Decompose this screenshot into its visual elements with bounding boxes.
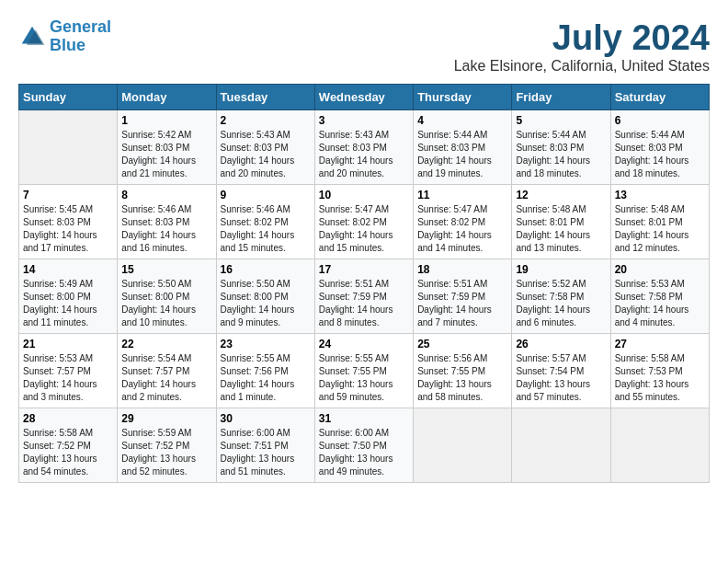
day-info: Sunrise: 5:54 AM Sunset: 7:57 PM Dayligh…	[121, 352, 211, 404]
day-header-tuesday: Tuesday	[216, 85, 314, 110]
calendar-cell: 23 Sunrise: 5:55 AM Sunset: 7:56 PM Dayl…	[216, 334, 314, 408]
day-info: Sunrise: 5:48 AM Sunset: 8:01 PM Dayligh…	[615, 203, 705, 255]
day-number: 24	[319, 338, 409, 350]
day-number: 30	[221, 412, 311, 425]
day-number: 19	[516, 263, 606, 276]
day-header-saturday: Saturday	[610, 85, 709, 110]
calendar-cell: 6 Sunrise: 5:44 AM Sunset: 8:03 PM Dayli…	[610, 110, 709, 185]
calendar-cell: 11 Sunrise: 5:47 AM Sunset: 8:02 PM Dayl…	[414, 185, 512, 259]
day-info: Sunrise: 5:50 AM Sunset: 8:00 PM Dayligh…	[121, 278, 211, 329]
day-number: 12	[516, 189, 606, 201]
calendar-cell	[414, 408, 512, 483]
day-info: Sunrise: 5:53 AM Sunset: 7:57 PM Dayligh…	[23, 352, 113, 404]
header: General Blue July 2024 Lake Elsinore, Ca…	[18, 18, 710, 75]
calendar-cell: 17 Sunrise: 5:51 AM Sunset: 7:59 PM Dayl…	[314, 259, 413, 334]
day-info: Sunrise: 5:43 AM Sunset: 8:03 PM Dayligh…	[221, 129, 311, 180]
day-info: Sunrise: 6:00 AM Sunset: 7:50 PM Dayligh…	[319, 427, 409, 478]
calendar-cell: 27 Sunrise: 5:58 AM Sunset: 7:53 PM Dayl…	[610, 334, 709, 408]
day-number: 20	[615, 263, 705, 276]
week-row-5: 28 Sunrise: 5:58 AM Sunset: 7:52 PM Dayl…	[19, 408, 710, 483]
day-number: 2	[221, 114, 311, 127]
day-number: 17	[319, 263, 409, 276]
day-number: 3	[319, 114, 409, 127]
day-number: 8	[121, 189, 211, 201]
calendar-cell: 28 Sunrise: 5:58 AM Sunset: 7:52 PM Dayl…	[19, 408, 118, 483]
day-header-friday: Friday	[512, 85, 610, 110]
day-info: Sunrise: 5:42 AM Sunset: 8:03 PM Dayligh…	[121, 129, 211, 180]
calendar-cell: 1 Sunrise: 5:42 AM Sunset: 8:03 PM Dayli…	[118, 110, 216, 185]
day-info: Sunrise: 5:44 AM Sunset: 8:03 PM Dayligh…	[516, 129, 606, 180]
day-number: 25	[417, 338, 507, 350]
logo-text: General Blue	[50, 18, 111, 55]
day-number: 6	[615, 114, 705, 127]
calendar-cell: 30 Sunrise: 6:00 AM Sunset: 7:51 PM Dayl…	[216, 408, 314, 483]
day-info: Sunrise: 5:48 AM Sunset: 8:01 PM Dayligh…	[516, 203, 606, 255]
calendar-cell: 21 Sunrise: 5:53 AM Sunset: 7:57 PM Dayl…	[19, 334, 118, 408]
day-header-sunday: Sunday	[19, 85, 118, 110]
day-number: 5	[516, 114, 606, 127]
calendar-cell: 2 Sunrise: 5:43 AM Sunset: 8:03 PM Dayli…	[216, 110, 314, 185]
day-number: 31	[319, 412, 409, 425]
calendar-title: July 2024	[454, 18, 710, 58]
day-info: Sunrise: 5:50 AM Sunset: 8:00 PM Dayligh…	[221, 278, 311, 329]
day-info: Sunrise: 5:51 AM Sunset: 7:59 PM Dayligh…	[319, 278, 409, 329]
week-row-1: 1 Sunrise: 5:42 AM Sunset: 8:03 PM Dayli…	[19, 110, 710, 185]
day-number: 23	[221, 338, 311, 350]
day-number: 16	[221, 263, 311, 276]
calendar-cell: 4 Sunrise: 5:44 AM Sunset: 8:03 PM Dayli…	[414, 110, 512, 185]
day-info: Sunrise: 5:45 AM Sunset: 8:03 PM Dayligh…	[23, 203, 113, 255]
day-info: Sunrise: 5:46 AM Sunset: 8:03 PM Dayligh…	[121, 203, 211, 255]
calendar-cell: 15 Sunrise: 5:50 AM Sunset: 8:00 PM Dayl…	[118, 259, 216, 334]
day-info: Sunrise: 5:58 AM Sunset: 7:53 PM Dayligh…	[615, 352, 705, 404]
day-number: 4	[417, 114, 507, 127]
day-number: 13	[615, 189, 705, 201]
calendar-cell: 7 Sunrise: 5:45 AM Sunset: 8:03 PM Dayli…	[19, 185, 118, 259]
calendar-cell	[610, 408, 709, 483]
day-info: Sunrise: 5:43 AM Sunset: 8:03 PM Dayligh…	[319, 129, 409, 180]
day-number: 27	[615, 338, 705, 350]
day-info: Sunrise: 5:55 AM Sunset: 7:56 PM Dayligh…	[221, 352, 311, 404]
day-info: Sunrise: 5:55 AM Sunset: 7:55 PM Dayligh…	[319, 352, 409, 404]
day-number: 18	[417, 263, 507, 276]
day-header-monday: Monday	[118, 85, 216, 110]
calendar-cell: 9 Sunrise: 5:46 AM Sunset: 8:02 PM Dayli…	[216, 185, 314, 259]
calendar-cell: 18 Sunrise: 5:51 AM Sunset: 7:59 PM Dayl…	[414, 259, 512, 334]
calendar-cell: 26 Sunrise: 5:57 AM Sunset: 7:54 PM Dayl…	[512, 334, 610, 408]
header-row: SundayMondayTuesdayWednesdayThursdayFrid…	[19, 85, 710, 110]
day-header-thursday: Thursday	[414, 85, 512, 110]
day-number: 29	[121, 412, 211, 425]
day-info: Sunrise: 5:46 AM Sunset: 8:02 PM Dayligh…	[221, 203, 311, 255]
calendar-cell: 29 Sunrise: 5:59 AM Sunset: 7:52 PM Dayl…	[118, 408, 216, 483]
calendar-cell: 16 Sunrise: 5:50 AM Sunset: 8:00 PM Dayl…	[216, 259, 314, 334]
calendar-cell: 31 Sunrise: 6:00 AM Sunset: 7:50 PM Dayl…	[314, 408, 413, 483]
day-number: 26	[516, 338, 606, 350]
calendar-cell: 13 Sunrise: 5:48 AM Sunset: 8:01 PM Dayl…	[610, 185, 709, 259]
day-info: Sunrise: 5:52 AM Sunset: 7:58 PM Dayligh…	[516, 278, 606, 329]
day-number: 9	[221, 189, 311, 201]
day-info: Sunrise: 5:58 AM Sunset: 7:52 PM Dayligh…	[23, 427, 113, 478]
day-info: Sunrise: 5:44 AM Sunset: 8:03 PM Dayligh…	[417, 129, 507, 180]
calendar-cell: 5 Sunrise: 5:44 AM Sunset: 8:03 PM Dayli…	[512, 110, 610, 185]
day-number: 22	[121, 338, 211, 350]
calendar-cell: 24 Sunrise: 5:55 AM Sunset: 7:55 PM Dayl…	[314, 334, 413, 408]
logo-icon	[18, 23, 46, 51]
day-info: Sunrise: 5:56 AM Sunset: 7:55 PM Dayligh…	[417, 352, 507, 404]
day-info: Sunrise: 5:59 AM Sunset: 7:52 PM Dayligh…	[121, 427, 211, 478]
day-info: Sunrise: 5:47 AM Sunset: 8:02 PM Dayligh…	[319, 203, 409, 255]
day-number: 11	[417, 189, 507, 201]
day-info: Sunrise: 5:44 AM Sunset: 8:03 PM Dayligh…	[615, 129, 705, 180]
day-info: Sunrise: 5:53 AM Sunset: 7:58 PM Dayligh…	[615, 278, 705, 329]
calendar-cell: 3 Sunrise: 5:43 AM Sunset: 8:03 PM Dayli…	[314, 110, 413, 185]
day-number: 7	[23, 189, 113, 201]
week-row-2: 7 Sunrise: 5:45 AM Sunset: 8:03 PM Dayli…	[19, 185, 710, 259]
week-row-3: 14 Sunrise: 5:49 AM Sunset: 8:00 PM Dayl…	[19, 259, 710, 334]
day-header-wednesday: Wednesday	[314, 85, 413, 110]
calendar-cell: 19 Sunrise: 5:52 AM Sunset: 7:58 PM Dayl…	[512, 259, 610, 334]
day-number: 10	[319, 189, 409, 201]
calendar-cell: 22 Sunrise: 5:54 AM Sunset: 7:57 PM Dayl…	[118, 334, 216, 408]
day-number: 15	[121, 263, 211, 276]
calendar-subtitle: Lake Elsinore, California, United States	[454, 58, 710, 75]
calendar-cell	[19, 110, 118, 185]
week-row-4: 21 Sunrise: 5:53 AM Sunset: 7:57 PM Dayl…	[19, 334, 710, 408]
calendar-cell: 20 Sunrise: 5:53 AM Sunset: 7:58 PM Dayl…	[610, 259, 709, 334]
